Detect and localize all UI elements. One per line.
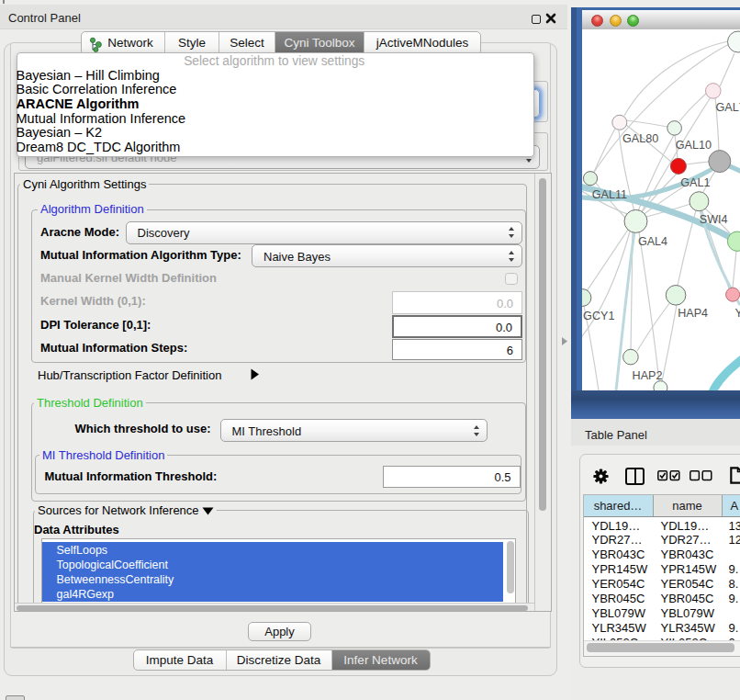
svg-text:GAL1: GAL1 <box>680 176 710 189</box>
svg-text:GAL10: GAL10 <box>676 139 712 152</box>
svg-text:GAL7: GAL7 <box>716 101 740 114</box>
svg-text:HAP4: HAP4 <box>678 307 708 320</box>
svg-text:GCY1: GCY1 <box>583 310 614 322</box>
svg-text:Y: Y <box>735 307 740 320</box>
svg-text:GAL11: GAL11 <box>592 188 627 201</box>
svg-text:SWI4: SWI4 <box>700 213 728 226</box>
svg-text:GAL4: GAL4 <box>638 235 667 248</box>
svg-text:GAL80: GAL80 <box>622 132 658 145</box>
svg-text:HAP2: HAP2 <box>633 369 663 382</box>
